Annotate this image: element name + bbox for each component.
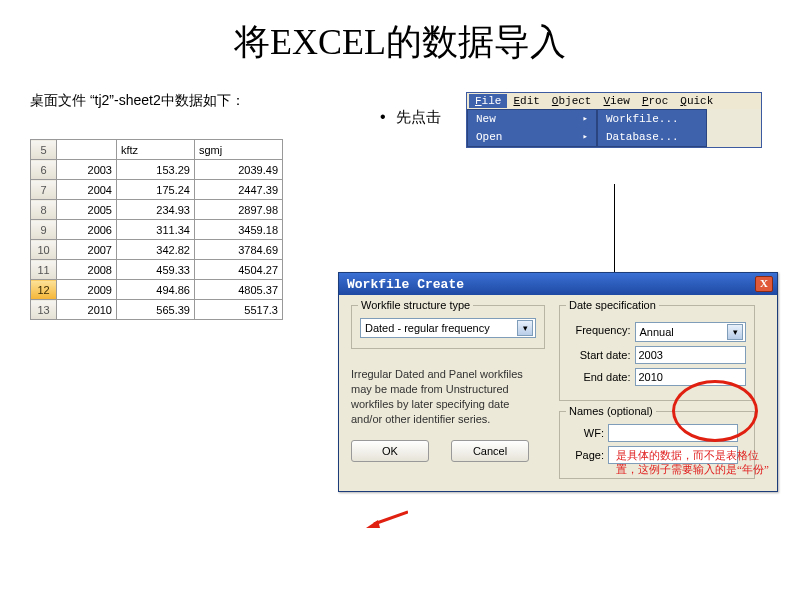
chevron-right-icon: ▸ <box>583 131 588 143</box>
cell: 2008 <box>57 260 117 280</box>
row-hdr: 11 <box>31 260 57 280</box>
ok-button[interactable]: OK <box>351 440 429 462</box>
cell: 2003 <box>57 160 117 180</box>
structure-value: Dated - regular frequency <box>365 322 490 334</box>
row-hdr: 9 <box>31 220 57 240</box>
frequency-select[interactable]: Annual ▾ <box>635 322 747 342</box>
row-hdr: 13 <box>31 300 57 320</box>
cell: 2897.98 <box>195 200 283 220</box>
close-button[interactable]: X <box>755 276 773 292</box>
cell: 2004 <box>57 180 117 200</box>
cell: 565.39 <box>117 300 195 320</box>
dialog-title: Workfile Create <box>347 277 464 292</box>
wf-label: WF: <box>568 427 604 439</box>
cell: 234.93 <box>117 200 195 220</box>
end-date-input[interactable]: 2010 <box>635 368 747 386</box>
row-hdr: 8 <box>31 200 57 220</box>
cancel-button[interactable]: Cancel <box>451 440 529 462</box>
structure-legend: Workfile structure type <box>358 299 473 311</box>
submenu-left: New▸ Open▸ <box>467 109 597 147</box>
cell: 459.33 <box>117 260 195 280</box>
cell: 3784.69 <box>195 240 283 260</box>
menu-screenshot: File Edit Object View Proc Quick New▸ Op… <box>466 92 762 148</box>
cell: 175.24 <box>117 180 195 200</box>
names-legend: Names (optional) <box>566 405 656 417</box>
bullet-icon: • <box>380 108 392 126</box>
row-hdr: 7 <box>31 180 57 200</box>
menu-object[interactable]: Object <box>546 94 598 108</box>
menu-file[interactable]: File <box>469 94 507 108</box>
connector-line <box>614 184 615 272</box>
menu-view[interactable]: View <box>597 94 635 108</box>
frequency-value: Annual <box>640 326 674 338</box>
chevron-right-icon: ▸ <box>583 113 588 125</box>
cell: 2447.39 <box>195 180 283 200</box>
row-hdr: 6 <box>31 160 57 180</box>
dialog-titlebar: Workfile Create X <box>339 273 777 295</box>
wf-input[interactable] <box>608 424 738 442</box>
red-arrow-icon <box>366 510 408 528</box>
date-legend: Date specification <box>566 299 659 311</box>
menu-quick[interactable]: Quick <box>674 94 719 108</box>
left-column: 桌面文件 “tj2”-sheet2中数据如下： 5 kftz sgmj 6200… <box>30 90 330 320</box>
structure-select[interactable]: Dated - regular frequency ▾ <box>360 318 536 338</box>
cell: 4504.27 <box>195 260 283 280</box>
cell: 2010 <box>57 300 117 320</box>
cell: 4805.37 <box>195 280 283 300</box>
hint-text: Irregular Dated and Panel workfiles may … <box>351 367 535 426</box>
menu-item-database[interactable]: Database... <box>598 128 706 146</box>
chevron-down-icon: ▾ <box>727 324 743 340</box>
structure-fieldset: Workfile structure type Dated - regular … <box>351 305 545 349</box>
page-label: Page: <box>568 449 604 461</box>
click-label: 先点击 <box>396 108 441 125</box>
cell: 5517.3 <box>195 300 283 320</box>
freq-label: Frequency: <box>568 324 631 336</box>
col-hdr-sgmj: sgmj <box>195 140 283 160</box>
menu-item-open[interactable]: Open▸ <box>468 128 596 146</box>
cell: 2006 <box>57 220 117 240</box>
row-hdr-active: 12 <box>31 280 57 300</box>
row-hdr: 5 <box>31 140 57 160</box>
cell: 342.82 <box>117 240 195 260</box>
excel-table: 5 kftz sgmj 62003153.292039.49 72004175.… <box>30 139 283 320</box>
start-date-input[interactable]: 2003 <box>635 346 747 364</box>
menu-edit[interactable]: Edit <box>507 94 545 108</box>
menu-item-workfile[interactable]: Workfile... <box>598 110 706 128</box>
subtitle: 桌面文件 “tj2”-sheet2中数据如下： <box>30 90 330 111</box>
cell: 3459.18 <box>195 220 283 240</box>
red-annotation-text: 是具体的数据，而不是表格位置，这例子需要输入的是“年份” <box>616 448 776 477</box>
chevron-down-icon: ▾ <box>517 320 533 336</box>
row-hdr: 10 <box>31 240 57 260</box>
menu-item-new[interactable]: New▸ <box>468 110 596 128</box>
cell: 2039.49 <box>195 160 283 180</box>
cell: 2005 <box>57 200 117 220</box>
menubar: File Edit Object View Proc Quick <box>467 93 761 109</box>
start-label: Start date: <box>568 349 631 361</box>
page-title: 将EXCEL的数据导入 <box>0 0 800 67</box>
cell <box>57 140 117 160</box>
submenu: New▸ Open▸ Workfile... Database... <box>467 109 761 147</box>
svg-line-0 <box>374 512 408 524</box>
right-column: • 先点击 <box>380 108 441 127</box>
svg-marker-1 <box>366 520 380 528</box>
cell: 2007 <box>57 240 117 260</box>
cell: 2009 <box>57 280 117 300</box>
date-fieldset: Date specification Frequency: Annual ▾ S… <box>559 305 755 401</box>
cell: 311.34 <box>117 220 195 240</box>
cell: 494.86 <box>117 280 195 300</box>
menu-proc[interactable]: Proc <box>636 94 674 108</box>
cell: 153.29 <box>117 160 195 180</box>
col-hdr-kftz: kftz <box>117 140 195 160</box>
end-label: End date: <box>568 371 631 383</box>
submenu-right: Workfile... Database... <box>597 109 707 147</box>
